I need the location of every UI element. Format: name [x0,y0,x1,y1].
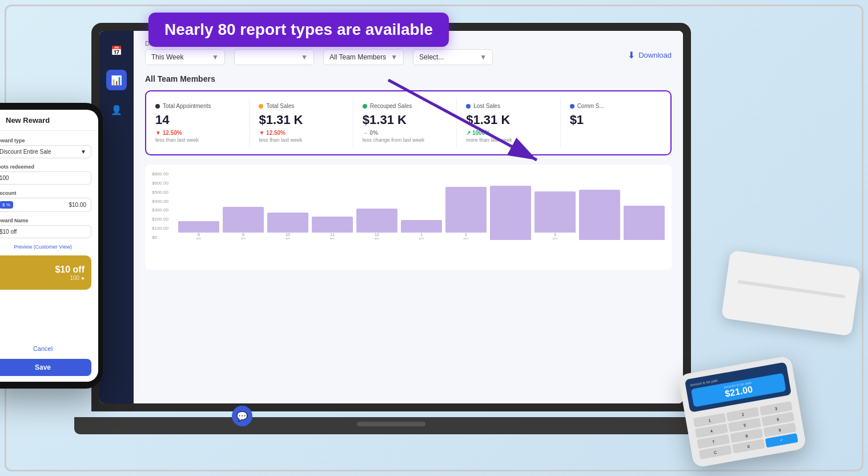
bar-2bpm [490,186,531,240]
bar-label-1pm: 1 [420,233,423,237]
stat-dot-comm [570,104,574,109]
stat-value-comm: $1 [570,113,661,127]
bar-group-2bpm [490,186,531,240]
bar-label-2pm: 2 [465,233,467,237]
sidebar-icon-reports[interactable]: 📊 [106,70,127,90]
phone-footer: Cancel Save [0,336,98,382]
phone-device: ✕ New Reward Reward type Discount Entire… [0,103,103,389]
bar-group-11am: 11 am [312,217,353,240]
reward-name-input[interactable]: $10 off [0,225,91,238]
spots-input[interactable]: 100 [0,171,91,185]
stat-sub-appointments: less than last week [155,137,247,143]
download-icon: ⬇ [628,50,635,61]
discount-input[interactable]: $ % $10.00 [0,198,91,212]
pos-printer [721,250,861,337]
y-label-0: $0 [152,235,176,240]
sidebar-icon-user[interactable]: 👤 [106,99,127,120]
bar-label-8am: 8 [198,233,200,237]
download-button[interactable]: ⬇ Download [628,45,672,65]
phone-close-icon[interactable]: ✕ [0,115,1,125]
reward-name-label: Reward Name [0,218,91,223]
phone-body: Reward type Discount Entire Sale ▼ Spots… [0,131,98,336]
stat-value-total-sales: $1.31 K [259,113,350,127]
bar-11am [312,217,353,233]
bar-sublabel-9am: am [241,237,246,240]
preview-label: Preview (Customer View) [0,244,91,250]
team-member-select[interactable]: All Team Members ▼ [323,49,404,65]
pos-terminal-container: Amount to be paid Amount to be paid $21.… [674,253,857,459]
reward-type-value: Discount Entire Sale [0,149,51,155]
y-label-800: $800.00 [152,171,176,177]
reward-name-field: Reward Name $10 off [0,218,91,238]
reward-type-input[interactable]: Discount Entire Sale ▼ [0,145,91,158]
save-button[interactable]: Save [0,359,91,376]
bar-group-3cpm [624,206,665,240]
y-label-500: $500.00 [152,190,176,195]
reward-type-field: Reward type Discount Entire Sale ▼ [0,138,91,158]
chevron-down-icon-3: ▼ [391,53,397,61]
reward-card-value: $10 off [55,265,85,275]
bar-group-9am: 9 am [223,207,264,240]
y-label-100: $100.00 [152,226,176,231]
bar-group-8am: 8 am [178,221,219,240]
main-scene: 📅 📊 👤 Date Range This Week ▼ [0,0,868,476]
bar-8am [178,221,219,233]
bar-group-10am: 10 am [267,213,308,240]
pos-body: Amount to be paid Amount to be paid $21.… [678,355,807,468]
bar-label-12am: 12 [375,233,379,237]
stat-label-comm: Comm S... [577,103,604,109]
discount-toggle[interactable]: $ % [0,201,13,209]
bar-sublabel-12am: am [375,237,379,240]
spots-field: Spots redeemed 100 [0,164,91,185]
bar-sublabel-2pm: pm [464,237,468,240]
team-member-value: All Team Members [329,53,386,61]
date-range-value: This Week [151,53,183,61]
stat-title-appointments: Total Appointments [155,103,247,109]
bar-sublabel-1pm: pm [419,237,424,240]
chevron-down-icon-reward: ▼ [81,149,86,155]
banner-text: Nearly 80 report types are available [164,21,433,38]
stat-change-total-sales: ▼ 12.50% [259,130,350,136]
bar-label-11am: 11 [330,233,335,237]
bar-3bpm [579,190,620,240]
chart-wrapper: $800.00 $600.00 $500.00 $400.00 $300.00 … [152,171,665,263]
phone-title: New Reward [6,116,50,125]
bar-9am [223,207,264,233]
arrow-pointer [377,69,548,183]
date-range-select[interactable]: This Week ▼ [145,49,225,65]
sidebar: 📅 📊 👤 [99,31,134,403]
bar-sublabel-3pm: pm [553,237,557,240]
banner-overlay: Nearly 80 report types are available [148,13,449,47]
spots-value: 100 [0,175,9,181]
pos-printer-slot [737,280,845,298]
spots-label: Spots redeemed [0,164,91,170]
bar-label-9am: 9 [242,233,244,237]
cancel-button[interactable]: Cancel [0,342,91,355]
bar-3cpm [624,206,665,240]
stat-title-total-sales: Total Sales [259,103,350,109]
reward-name-value: $10 off [0,229,17,235]
view-by-select[interactable]: ▼ [234,49,314,65]
bar-label-10am: 10 [286,233,290,237]
sidebar-icon-calendar[interactable]: 📅 [106,40,127,61]
reward-card-count: 100 ● [70,275,85,281]
type-select[interactable]: Select... ▼ [413,49,493,65]
bar-3pm [535,191,576,233]
discount-field: Discount $ % $10.00 [0,190,91,212]
laptop: 📅 📊 👤 Date Range This Week ▼ [91,23,691,434]
bar-1pm [401,220,442,233]
reward-preview-card: $10 off 100 ● [0,255,91,290]
bar-2pm [445,187,487,233]
chat-bubble-button[interactable]: 💬 [232,406,252,426]
discount-label: Discount [0,190,91,196]
bar-sublabel-11am: am [330,237,335,240]
chevron-down-icon-2: ▼ [301,53,308,61]
stat-value-appointments: 14 [155,113,247,127]
stat-dot-recouped [363,104,367,109]
stat-sub-total-sales: less than last week [259,137,350,143]
stat-dot-total-sales [259,104,263,109]
chevron-down-icon: ▼ [212,53,219,61]
bar-group-2pm: 2 pm [445,187,487,240]
discount-value: $10.00 [69,202,86,208]
stat-label-appointments: Total Appointments [163,103,211,109]
